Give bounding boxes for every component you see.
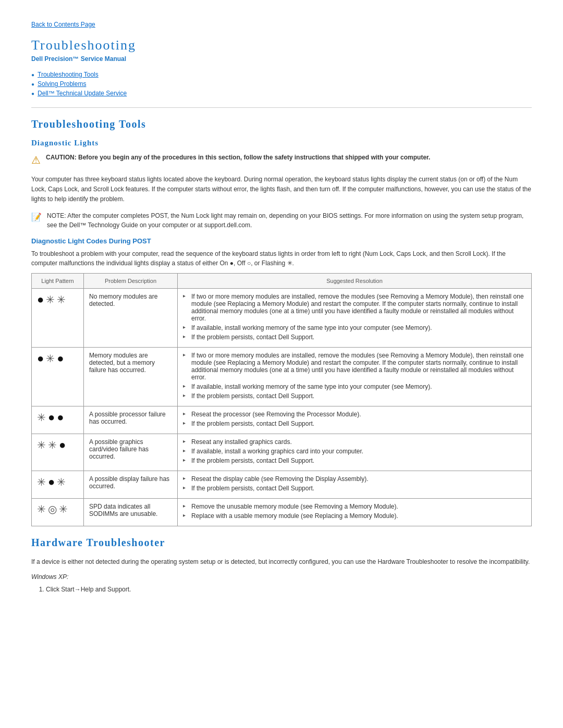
- subtitle: Dell Precision™ Service Manual: [31, 55, 532, 63]
- subsection-title-diagnostic: Diagnostic Lights: [31, 139, 532, 147]
- table-row: ✳✳●A possible graphics card/video failur…: [32, 434, 532, 471]
- light-pattern-cell: ✳●●: [32, 406, 84, 434]
- resolution-item: If two or more memory modules are instal…: [183, 293, 526, 322]
- step-1: Click Start→Help and Support.: [46, 586, 532, 593]
- resolution-item: If the problem persists, contact Dell Su…: [183, 392, 526, 400]
- note-box: 📝 NOTE: After the computer completes POS…: [31, 211, 532, 230]
- light-pattern-cell: ●✳●: [32, 347, 84, 406]
- divider: [31, 107, 532, 108]
- light-pattern-cell: ✳✳●: [32, 434, 84, 471]
- resolution-cell: If two or more memory modules are instal…: [178, 288, 532, 347]
- caution-text: CAUTION: Before you begin any of the pro…: [46, 154, 430, 161]
- toc-link-tools[interactable]: Troubleshooting Tools: [38, 71, 99, 78]
- problem-cell: SPD data indicates all SODIMMs are unusa…: [84, 498, 178, 526]
- page-title: Troubleshooting: [31, 38, 532, 53]
- body-text-1: Your computer has three keyboard status …: [31, 175, 532, 205]
- resolution-cell: Reseat the display cable (see Removing t…: [178, 471, 532, 498]
- problem-cell: A possible processor failure has occurre…: [84, 406, 178, 434]
- toc-link-solving[interactable]: Solving Problems: [38, 80, 86, 88]
- resolution-item: If the problem persists, contact Dell Su…: [183, 485, 526, 492]
- table-row: ✳●✳A possible display failure has occurr…: [32, 471, 532, 498]
- resolution-cell: Remove the unusable memory module (see R…: [178, 498, 532, 526]
- table-row: ●✳✳No memory modules are detected.If two…: [32, 288, 532, 347]
- resolution-item: Reseat the processor (see Removing the P…: [183, 411, 526, 418]
- post-body-text: To troubleshoot a problem with your comp…: [31, 249, 532, 268]
- resolution-item: If two or more memory modules are instal…: [183, 352, 526, 381]
- resolution-item: Reseat the display cable (see Removing t…: [183, 475, 526, 483]
- resolution-cell: If two or more memory modules are instal…: [178, 347, 532, 406]
- problem-cell: A possible graphics card/video failure h…: [84, 434, 178, 471]
- note-text: NOTE: After the computer completes POST,…: [47, 211, 532, 230]
- note-icon: 📝: [31, 212, 42, 222]
- toc-list: Troubleshooting Tools Solving Problems D…: [31, 71, 532, 97]
- toc-link-update[interactable]: Dell™ Technical Update Service: [38, 90, 127, 97]
- diagnostic-table: Light Pattern Problem Description Sugges…: [31, 273, 532, 526]
- section-title-hardware: Hardware Troubleshooter: [31, 537, 532, 549]
- problem-cell: No memory modules are detected.: [84, 288, 178, 347]
- resolution-item: If available, install working memory of …: [183, 324, 526, 331]
- section-title-tools: Troubleshooting Tools: [31, 118, 532, 130]
- resolution-item: Reseat any installed graphics cards.: [183, 438, 526, 446]
- caution-icon: ⚠: [31, 154, 41, 166]
- resolution-item: If the problem persists, contact Dell Su…: [183, 420, 526, 427]
- hardware-troubleshooter-section: Hardware Troubleshooter If a device is e…: [31, 537, 532, 593]
- resolution-cell: Reseat the processor (see Removing the P…: [178, 406, 532, 434]
- table-header-light: Light Pattern: [32, 273, 84, 288]
- hardware-body-text: If a device is either not detected durin…: [31, 557, 532, 567]
- resolution-cell: Reseat any installed graphics cards.If a…: [178, 434, 532, 471]
- resolution-item: If the problem persists, contact Dell Su…: [183, 457, 526, 464]
- light-pattern-cell: ✳◎✳: [32, 498, 84, 526]
- light-pattern-cell: ✳●✳: [32, 471, 84, 498]
- problem-cell: A possible display failure has occurred.: [84, 471, 178, 498]
- windows-xp-label: Windows XP:: [31, 573, 532, 581]
- table-row: ✳●●A possible processor failure has occu…: [32, 406, 532, 434]
- caution-box: ⚠ CAUTION: Before you begin any of the p…: [31, 154, 532, 166]
- resolution-item: Replace with a usable memory module (see…: [183, 512, 526, 520]
- steps-list: Click Start→Help and Support.: [46, 586, 532, 593]
- resolution-item: If available, install a working graphics…: [183, 448, 526, 455]
- table-row: ✳◎✳SPD data indicates all SODIMMs are un…: [32, 498, 532, 526]
- resolution-item: If the problem persists, contact Dell Su…: [183, 334, 526, 341]
- problem-cell: Memory modules are detected, but a memor…: [84, 347, 178, 406]
- back-link[interactable]: Back to Contents Page: [31, 21, 532, 28]
- table-header-problem: Problem Description: [84, 273, 178, 288]
- table-header-resolution: Suggested Resolution: [178, 273, 532, 288]
- light-pattern-cell: ●✳✳: [32, 288, 84, 347]
- resolution-item: If available, install working memory of …: [183, 383, 526, 390]
- sub-subsection-title-post: Diagnostic Light Codes During POST: [31, 237, 532, 245]
- resolution-item: Remove the unusable memory module (see R…: [183, 503, 526, 510]
- table-row: ●✳●Memory modules are detected, but a me…: [32, 347, 532, 406]
